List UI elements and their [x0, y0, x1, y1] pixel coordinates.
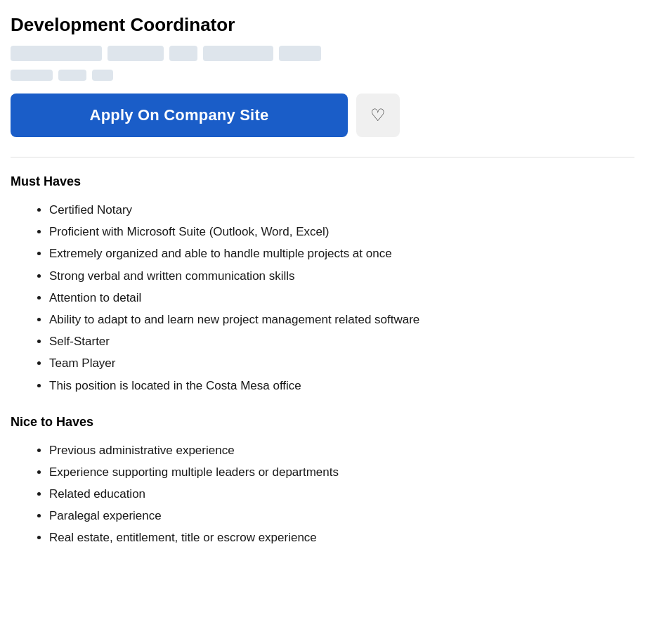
section-heading-must-haves: Must Haves: [11, 174, 634, 189]
list-item: Ability to adapt to and learn new projec…: [49, 310, 634, 329]
company-sub1-blur: [11, 70, 53, 81]
company-detail1-blur: [169, 46, 197, 61]
company-name-blur: [107, 46, 164, 61]
heart-icon: ♡: [370, 105, 386, 125]
list-item: Strong verbal and written communication …: [49, 266, 634, 285]
bullet-list-must-haves: Certified NotaryProficient with Microsof…: [11, 200, 634, 395]
list-item: Real estate, entitlement, title or escro…: [49, 528, 634, 547]
job-sections: Must HavesCertified NotaryProficient wit…: [11, 174, 634, 548]
list-item: Team Player: [49, 354, 634, 373]
bullet-list-nice-to-haves: Previous administrative experienceExperi…: [11, 441, 634, 548]
list-item: Previous administrative experience: [49, 441, 634, 460]
list-item: Proficient with Microsoft Suite (Outlook…: [49, 222, 634, 241]
section-heading-nice-to-haves: Nice to Haves: [11, 415, 634, 430]
company-logo-blur: [11, 46, 102, 61]
list-item: Paralegal experience: [49, 506, 634, 525]
list-item: Related education: [49, 484, 634, 503]
page-title: Development Coordinator: [11, 14, 634, 36]
company-info: [11, 46, 634, 81]
company-sub3-blur: [92, 70, 113, 81]
section-divider: [11, 157, 634, 157]
company-detail2-blur: [203, 46, 273, 61]
apply-button[interactable]: Apply On Company Site: [11, 94, 348, 137]
save-job-button[interactable]: ♡: [356, 94, 400, 137]
company-detail3-blur: [279, 46, 321, 61]
list-item: Attention to detail: [49, 288, 634, 307]
action-row: Apply On Company Site ♡: [11, 94, 634, 137]
list-item: Extremely organized and able to handle m…: [49, 244, 634, 263]
list-item: This position is located in the Costa Me…: [49, 376, 634, 395]
list-item: Certified Notary: [49, 200, 634, 219]
list-item: Experience supporting multiple leaders o…: [49, 463, 634, 482]
list-item: Self-Starter: [49, 332, 634, 351]
company-sub2-blur: [58, 70, 86, 81]
